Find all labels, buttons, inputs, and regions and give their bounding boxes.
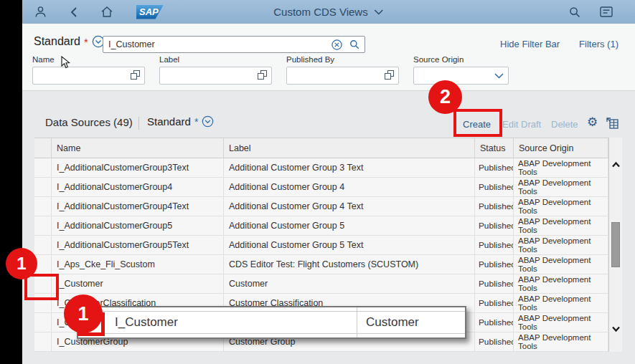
page-title: Custom CDS Views	[273, 6, 367, 18]
filter-field-label: Source Origin	[413, 55, 509, 64]
row-select-cell[interactable]	[34, 332, 52, 351]
annotation-create-highlight	[453, 109, 502, 137]
copilot-icon[interactable]	[600, 6, 613, 17]
name-input[interactable]	[32, 67, 145, 85]
cell-status: Published	[475, 332, 514, 351]
cell-label: Additional Customer Group 5 Text	[224, 236, 475, 254]
row-select-cell[interactable]	[34, 158, 52, 177]
filter-field-label: Published By	[286, 55, 399, 64]
cell-source-origin: ABAP Development Tools	[514, 332, 608, 351]
cell-name: I_AdditionalCustomerGroup4	[52, 178, 224, 196]
cell-name: I_AdditionalCustomerGroup3Text	[52, 158, 224, 177]
hide-filter-bar-link[interactable]: Hide Filter Bar	[500, 39, 560, 49]
search-value: I_Customer	[108, 39, 324, 49]
value-help-icon[interactable]	[131, 70, 140, 80]
back-icon[interactable]	[70, 6, 77, 18]
app-root: SAP Custom CDS Views Standard * I_	[0, 0, 635, 364]
shell-right-icons	[569, 0, 613, 24]
person-icon[interactable]	[34, 6, 47, 18]
table-row[interactable]: I_AdditionalCustomerGroup5TextAdditional…	[34, 236, 608, 255]
cell-status: Published	[475, 313, 514, 332]
table-row[interactable]: I_AdditionalCustomerGroup4TextAdditional…	[34, 197, 608, 216]
row-select-cell[interactable]	[34, 197, 52, 216]
cell-status: Published	[475, 274, 514, 293]
cell-status: Published	[475, 197, 514, 216]
sap-logo: SAP	[136, 5, 164, 19]
vertical-scrollbar[interactable]	[608, 138, 622, 352]
table-row[interactable]: I_Aps_Cke_Fli_ScustomCDS Editor Test: Fl…	[34, 255, 608, 274]
row-select-cell[interactable]	[34, 178, 52, 196]
edit-draft-button[interactable]: Edit Draft	[502, 119, 541, 130]
inset-cell-divider	[357, 307, 357, 337]
cell-label: Customer	[224, 274, 475, 293]
chevron-down-circle-icon[interactable]	[202, 115, 214, 128]
cell-source-origin: ABAP Development Tools	[514, 236, 608, 254]
cell-label: Additional Customer Group 4	[224, 178, 475, 196]
cell-label: Additional Customer Group 5	[224, 216, 475, 235]
cell-status: Published	[475, 216, 514, 235]
filter-field-published-by: Published By	[286, 55, 399, 85]
search-icon[interactable]	[349, 39, 359, 49]
chevron-down-icon	[375, 9, 384, 15]
cell-name: I_AdditionalCustomerGroup4Text	[52, 197, 224, 216]
home-icon[interactable]	[100, 6, 113, 18]
cell-status: Published	[475, 255, 514, 274]
table-variant-selector[interactable]: Standard *	[147, 115, 214, 128]
cell-name: I_AdditionalCustomerGroup5	[52, 216, 224, 235]
filter-fields: NameLabelPublished BySource Origin	[32, 55, 509, 85]
arrow-up-icon[interactable]	[611, 161, 621, 169]
table-row[interactable]: I_CustomerCustomerPublishedABAP Developm…	[34, 274, 608, 294]
mouse-cursor	[61, 56, 70, 70]
value-help-icon[interactable]	[258, 70, 267, 82]
cell-status: Published	[475, 158, 514, 177]
select-all-header-cell[interactable]	[34, 138, 52, 158]
row-select-cell[interactable]	[34, 313, 52, 332]
table-row[interactable]: I_AdditionalCustomerGroup4Additional Cus…	[34, 178, 608, 197]
filters-link[interactable]: Filters (1)	[579, 39, 618, 49]
delete-button[interactable]: Delete	[551, 119, 578, 130]
toolbar-separator	[138, 117, 139, 130]
source-origin-select[interactable]	[413, 67, 509, 85]
arrow-down-icon[interactable]	[611, 325, 621, 333]
inset-top-line	[78, 311, 465, 312]
search-icon[interactable]	[569, 6, 580, 18]
screenshot-left-border	[0, 0, 22, 364]
annotation-checkbox-highlight	[24, 274, 59, 300]
label-input[interactable]	[159, 67, 272, 85]
table-variant-name: Standard	[147, 115, 191, 128]
search-input[interactable]: I_Customer	[103, 36, 365, 53]
column-header-name[interactable]: Name	[52, 138, 224, 158]
app-title-menu[interactable]: Custom CDS Views	[273, 0, 383, 24]
filter-field-label: Label	[159, 55, 272, 64]
column-header-label[interactable]: Label	[224, 138, 475, 158]
scrollbar-thumb[interactable]	[611, 222, 620, 267]
cell-name: I_Customer	[52, 274, 224, 293]
value-help-icon[interactable]	[131, 70, 140, 82]
variant-selector[interactable]: Standard *	[34, 35, 105, 48]
cell-source-origin: ABAP Development Tools	[514, 158, 608, 177]
filter-field-label: Name	[32, 55, 145, 64]
value-help-icon[interactable]	[385, 70, 394, 80]
column-header-source-origin[interactable]: Source Origin	[514, 138, 608, 158]
clear-icon[interactable]	[331, 39, 342, 50]
filter-field-name: Name	[32, 55, 145, 85]
cell-source-origin: ABAP Development Tools	[514, 294, 608, 312]
published-by-input[interactable]	[286, 67, 399, 85]
table-row[interactable]: I_AdditionalCustomerGroup5Additional Cus…	[34, 216, 608, 236]
annotation-step-1-badge: 1	[64, 294, 103, 333]
table-row[interactable]: I_AdditionalCustomerGroup3TextAdditional…	[34, 158, 608, 178]
chevron-down-icon[interactable]	[494, 73, 504, 79]
shell-header: SAP Custom CDS Views	[22, 0, 635, 24]
cell-source-origin: ABAP Development Tools	[514, 197, 608, 216]
value-help-icon[interactable]	[258, 70, 267, 80]
settings-gear-icon[interactable]: ⚙	[587, 115, 598, 130]
cell-label: Additional Customer Group 3 Text	[224, 158, 475, 177]
variant-dirty-marker: *	[84, 36, 88, 48]
column-header-status[interactable]: Status	[475, 138, 514, 158]
cell-status: Published	[475, 236, 514, 254]
row-select-cell[interactable]	[34, 216, 52, 235]
export-to-spreadsheet-icon[interactable]	[606, 118, 618, 129]
filter-field-label: Label	[159, 55, 272, 85]
row-select-cell[interactable]	[34, 236, 52, 254]
value-help-icon[interactable]	[385, 70, 394, 82]
